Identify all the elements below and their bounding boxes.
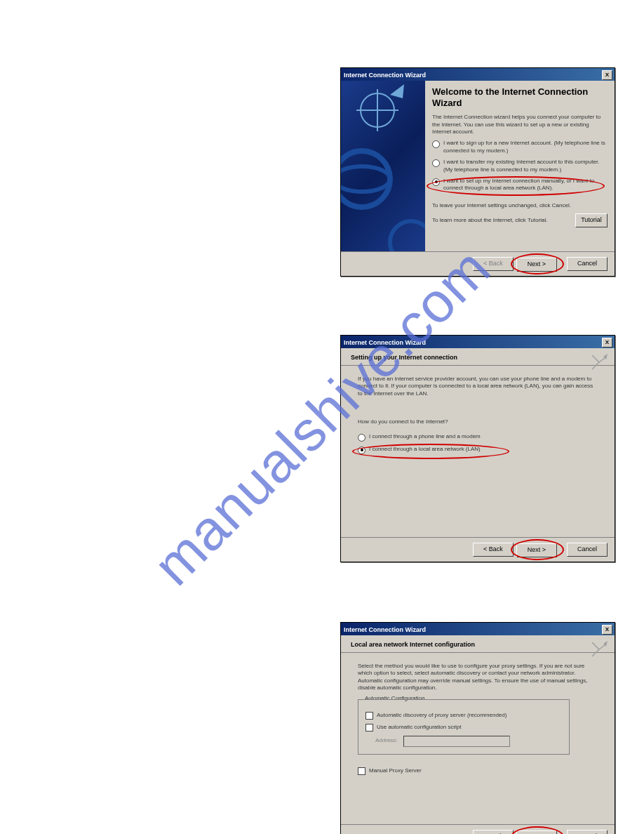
wizard-dialog-1: Internet Connection Wizard X Welcome to … [340,67,615,277]
footer-3: < Back Next > Cancel [341,824,615,834]
option-1b[interactable]: I want to transfer my existing Internet … [432,159,608,173]
close-button-2[interactable]: X [602,338,612,348]
intro-text-2: If you have an Internet service provider… [358,376,598,397]
svg-point-5 [341,166,390,192]
heading-2: Setting up your Internet connection [351,354,606,361]
title-text-3: Internet Connection Wizard [344,626,426,633]
title-text-1: Internet Connection Wizard [344,72,426,79]
option-2a-label: I connect through a phone line and a mod… [369,433,481,440]
leave-text: To leave your Internet settings unchange… [432,202,608,209]
next-button-3[interactable]: Next > [516,830,557,834]
back-button-1: < Back [473,257,514,271]
header-band-3: Local area network Internet configuratio… [341,635,615,653]
wizard-heading-1: Welcome to the Internet Connection Wizar… [432,86,608,108]
close-button-3[interactable]: X [602,625,612,635]
title-text-2: Internet Connection Wizard [344,339,426,346]
svg-marker-3 [390,84,404,98]
wizard-arrow-icon [589,640,608,658]
wizard-arrow-icon [589,352,608,371]
checkbox-icon [365,712,373,720]
option-2a[interactable]: I connect through a phone line and a mod… [358,433,598,442]
svg-point-4 [341,151,390,207]
titlebar-1: Internet Connection Wizard X [341,68,615,81]
auto-script-option[interactable]: Use automatic configuration script [365,724,562,732]
cancel-button-2[interactable]: Cancel [567,543,608,557]
sidebar-graphic [341,81,425,253]
back-button-2[interactable]: < Back [473,543,514,557]
learn-text: To learn more about the Internet, click … [432,217,548,224]
wizard-dialog-3: Internet Connection Wizard X Local area … [340,622,615,834]
address-label: Address: [375,737,398,744]
checkbox-icon [358,767,365,775]
address-input [403,736,510,747]
option-1a[interactable]: I want to sign up for a new Internet acc… [432,140,608,154]
radio-icon [432,140,440,148]
next-button-2[interactable]: Next > [516,543,557,557]
close-button-1[interactable]: X [602,70,612,80]
radio-icon [358,446,365,454]
titlebar-2: Internet Connection Wizard X [341,336,615,348]
intro-text-3: Select the method you would like to use … [358,663,598,692]
footer-1: < Back Next > Cancel [341,251,615,276]
wizard-dialog-2: Internet Connection Wizard X Setting up … [340,335,615,562]
tutorial-button[interactable]: Tutorial [575,213,608,227]
heading-3: Local area network Internet configuratio… [351,641,606,648]
option-1c[interactable]: I want to set up my Internet connection … [432,178,608,192]
option-2b-label: I connect through a local area network (… [369,446,481,453]
titlebar-3: Internet Connection Wizard X [341,623,615,635]
auto-discovery-label: Automatic discovery of proxy server (rec… [377,712,507,719]
auto-script-label: Use automatic configuration script [377,724,462,731]
header-band-2: Setting up your Internet connection [341,348,615,366]
cancel-button-1[interactable]: Cancel [567,257,608,271]
radio-icon [432,159,440,167]
next-button-1[interactable]: Next > [516,258,557,272]
manual-proxy-label: Manual Proxy Server [369,767,422,774]
back-button-3[interactable]: < Back [473,830,514,834]
option-1b-label: I want to transfer my existing Internet … [443,159,608,173]
manual-proxy-option[interactable]: Manual Proxy Server [358,767,598,775]
radio-icon [432,178,440,186]
cancel-button-3[interactable]: Cancel [567,830,608,834]
checkbox-icon [365,724,373,732]
footer-2: < Back Next > Cancel [341,537,615,562]
question-text: How do you connect to the Internet? [358,418,598,425]
option-2b[interactable]: I connect through a local area network (… [358,446,598,454]
auto-config-group: Automatic discovery of proxy server (rec… [358,699,570,755]
radio-icon [358,434,365,442]
svg-point-6 [390,221,425,253]
auto-discovery-option[interactable]: Automatic discovery of proxy server (rec… [365,712,562,720]
intro-text-1: The Internet Connection wizard helps you… [432,114,608,135]
option-1a-label: I want to sign up for a new Internet acc… [443,140,608,154]
option-1c-label: I want to set up my Internet connection … [443,178,608,192]
